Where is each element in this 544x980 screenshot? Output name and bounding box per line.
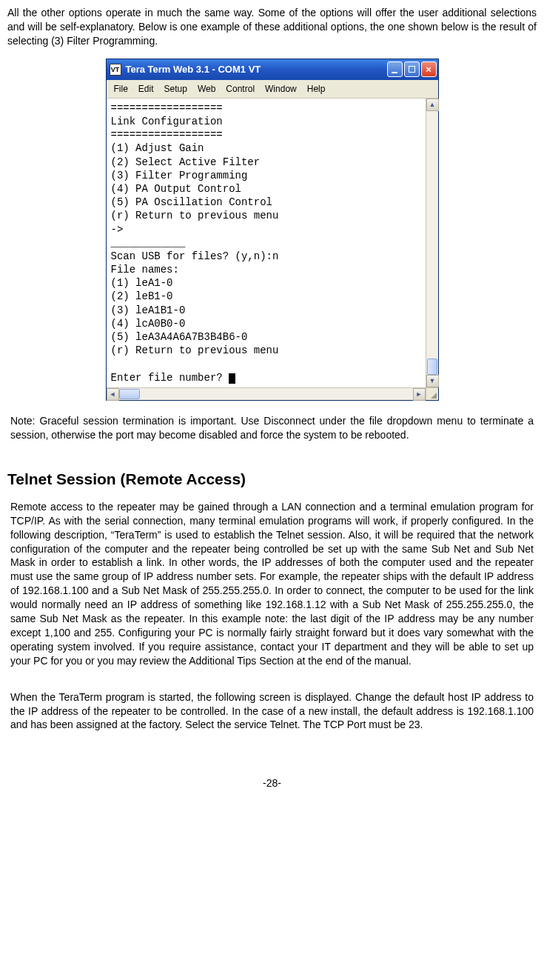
maximize-button[interactable] [404, 61, 420, 77]
resize-grip-icon[interactable] [426, 387, 438, 400]
window-title: Tera Term Web 3.1 - COM1 VT [126, 63, 387, 76]
menu-web[interactable]: Web [198, 83, 215, 95]
window-titlebar: VT Tera Term Web 3.1 - COM1 VT × [107, 59, 438, 80]
scroll-right-icon[interactable]: ► [413, 388, 426, 401]
scroll-left-icon[interactable]: ◄ [107, 388, 119, 401]
terminal-output[interactable]: ================== Link Configuration ==… [107, 99, 426, 387]
menu-file[interactable]: File [114, 83, 128, 95]
app-icon: VT [110, 64, 121, 76]
menubar: File Edit Setup Web Control Window Help [107, 80, 438, 99]
terminal-window: VT Tera Term Web 3.1 - COM1 VT × File Ed… [106, 59, 439, 401]
horizontal-scrollbar[interactable]: ◄ ► [107, 387, 426, 400]
intro-paragraph: All the other options operate in much th… [7, 6, 537, 48]
vertical-scroll-thumb[interactable] [427, 359, 437, 375]
cursor-icon [229, 373, 235, 384]
screenshot-container: VT Tera Term Web 3.1 - COM1 VT × File Ed… [7, 59, 537, 401]
telnet-paragraph-2: When the TeraTerm program is started, th… [10, 690, 534, 733]
close-button[interactable]: × [421, 61, 437, 77]
page-number: -28- [7, 776, 537, 790]
scroll-down-icon[interactable]: ▼ [426, 375, 439, 387]
menu-help[interactable]: Help [307, 83, 326, 95]
telnet-paragraph-1: Remote access to the repeater may be gai… [10, 500, 534, 668]
menu-setup[interactable]: Setup [164, 83, 187, 95]
menu-control[interactable]: Control [226, 83, 255, 95]
note-paragraph: Note: Graceful session termination is im… [10, 414, 534, 442]
minimize-button[interactable] [387, 61, 403, 77]
scroll-up-icon[interactable]: ▲ [426, 99, 439, 111]
vertical-scrollbar[interactable]: ▲ ▼ [426, 99, 438, 387]
section-heading-telnet: Telnet Session (Remote Access) [7, 469, 537, 490]
menu-window[interactable]: Window [265, 83, 297, 95]
horizontal-scroll-thumb[interactable] [119, 389, 140, 399]
menu-edit[interactable]: Edit [138, 83, 154, 95]
window-buttons: × [387, 61, 437, 77]
